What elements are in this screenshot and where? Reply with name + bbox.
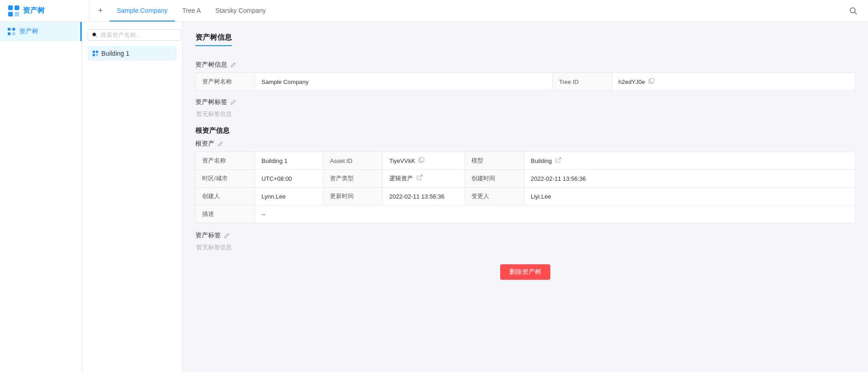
label-cell: 资产类型 [324, 170, 383, 188]
value-asset-id: TiyeVVkK [383, 152, 465, 170]
search-row: 高级搜索 [88, 29, 177, 41]
label-cell: Asset ID [324, 152, 383, 170]
tabs-area: + Sample Company Tree A Starsky Company [89, 0, 846, 21]
no-asset-tag-text: 暂无标签信息 [195, 243, 855, 251]
svg-rect-13 [96, 51, 98, 53]
label-cell: 创建人 [196, 188, 255, 205]
top-bar: 资产树 + Sample Company Tree A Starsky Comp… [0, 0, 868, 22]
svg-rect-8 [8, 32, 10, 35]
asset-tree-icon [7, 27, 16, 36]
table-row: 时区/城市 UTC+08:00 资产类型 逻辑资产 创建时间 2022-02-1… [196, 170, 855, 188]
app-logo: 资产树 [7, 0, 89, 21]
model-link-icon[interactable] [555, 158, 561, 164]
svg-rect-2 [8, 12, 13, 16]
building-tree-icon [92, 50, 99, 57]
value-create-time: 2022-02-11 13:56:36 [524, 170, 855, 188]
value-description: -- [255, 205, 855, 223]
value-timezone: UTC+08:00 [255, 170, 324, 188]
svg-rect-0 [8, 5, 13, 10]
tab-tree-a[interactable]: Tree A [175, 0, 208, 21]
tree-item-label: Building 1 [101, 50, 130, 57]
svg-rect-14 [93, 54, 95, 56]
label-cell: Tree ID [552, 73, 612, 91]
svg-rect-6 [8, 28, 10, 31]
label-cell: 资产树名称 [196, 73, 255, 91]
label-cell: 变更人 [465, 188, 524, 205]
tree-panel: 高级搜索 Building 1 [82, 22, 183, 372]
main-layout: 资产树 高级搜索 Building 1 [0, 22, 868, 372]
tab-starsky-company[interactable]: Starsky Company [208, 0, 273, 21]
asset-tree-tags-label: 资产树标签 [195, 98, 855, 106]
search-icon [849, 7, 858, 15]
content-area: 资产树信息 资产树信息 资产树名称 Sample Company Tree ID… [183, 22, 868, 372]
asset-tree-info-label: 资产树信息 [195, 61, 855, 69]
logo-icon [7, 5, 20, 17]
search-small-icon [92, 32, 98, 38]
copy-tree-id-icon[interactable] [648, 79, 654, 85]
asset-tags-label: 资产标签 [195, 231, 855, 240]
root-asset-info-title: 根资产信息 [195, 126, 855, 135]
value-changer: Liyi.Lee [524, 188, 855, 205]
value-creator: Lynn.Lee [255, 188, 324, 205]
root-asset-label: 根资产 [195, 140, 855, 148]
label-cell: 资产名称 [196, 152, 255, 170]
svg-rect-1 [15, 5, 19, 10]
edit-icon-2[interactable] [230, 99, 236, 105]
table-row: 资产名称 Building 1 Asset ID TiyeVVkK 模型 Bui… [196, 152, 855, 170]
svg-rect-3 [15, 12, 19, 16]
svg-line-5 [855, 12, 857, 14]
label-cell: 更新时间 [324, 188, 383, 205]
edit-icon-1[interactable] [230, 62, 236, 68]
label-cell: 模型 [465, 152, 524, 170]
table-row: 资产树名称 Sample Company Tree ID h2edYJ0e [196, 73, 855, 91]
search-input[interactable] [100, 31, 177, 38]
sidebar: 资产树 [0, 22, 82, 372]
value-asset-type: 逻辑资产 [383, 170, 465, 188]
sidebar-item-asset-tree[interactable]: 资产树 [0, 22, 82, 41]
no-tree-tag-text: 暂无标签信息 [195, 110, 855, 118]
app-title: 资产树 [23, 6, 45, 16]
value-asset-name: Building 1 [255, 152, 324, 170]
search-input-wrap [88, 29, 181, 41]
asset-tree-info-table: 资产树名称 Sample Company Tree ID h2edYJ0e [195, 73, 855, 91]
asset-type-link-icon[interactable] [417, 175, 423, 182]
sidebar-item-label: 资产树 [19, 27, 38, 36]
value-cell-tree-name: Sample Company [255, 73, 553, 91]
table-row: 创建人 Lynn.Lee 更新时间 2022-02-11 13:56:36 变更… [196, 188, 855, 205]
tab-sample-company[interactable]: Sample Company [110, 0, 175, 21]
copy-asset-id-icon[interactable] [418, 158, 424, 164]
edit-icon-4[interactable] [224, 232, 230, 239]
svg-rect-17 [650, 79, 654, 83]
edit-icon-3[interactable] [217, 141, 224, 147]
label-cell: 时区/城市 [196, 170, 255, 188]
svg-rect-19 [420, 157, 424, 162]
label-cell: 描述 [196, 205, 255, 223]
svg-line-11 [96, 36, 98, 38]
value-model: Building [524, 152, 855, 170]
delete-btn-row: 删除资产树 [195, 264, 855, 280]
value-update-time: 2022-02-11 13:56:36 [383, 188, 465, 205]
top-search-button[interactable] [846, 4, 861, 18]
svg-rect-7 [12, 28, 15, 31]
tree-item-building1[interactable]: Building 1 [88, 46, 177, 61]
add-tab-button[interactable]: + [93, 4, 108, 18]
delete-asset-tree-button[interactable]: 删除资产树 [500, 264, 550, 280]
root-asset-detail-table: 资产名称 Building 1 Asset ID TiyeVVkK 模型 Bui… [195, 152, 855, 223]
svg-rect-9 [12, 32, 15, 35]
table-row: 描述 -- [196, 205, 855, 223]
value-cell-tree-id: h2edYJ0e [612, 73, 855, 91]
label-cell: 创建时间 [465, 170, 524, 188]
svg-rect-12 [93, 51, 95, 53]
svg-rect-15 [96, 54, 98, 56]
section-title: 资产树信息 [195, 33, 232, 46]
